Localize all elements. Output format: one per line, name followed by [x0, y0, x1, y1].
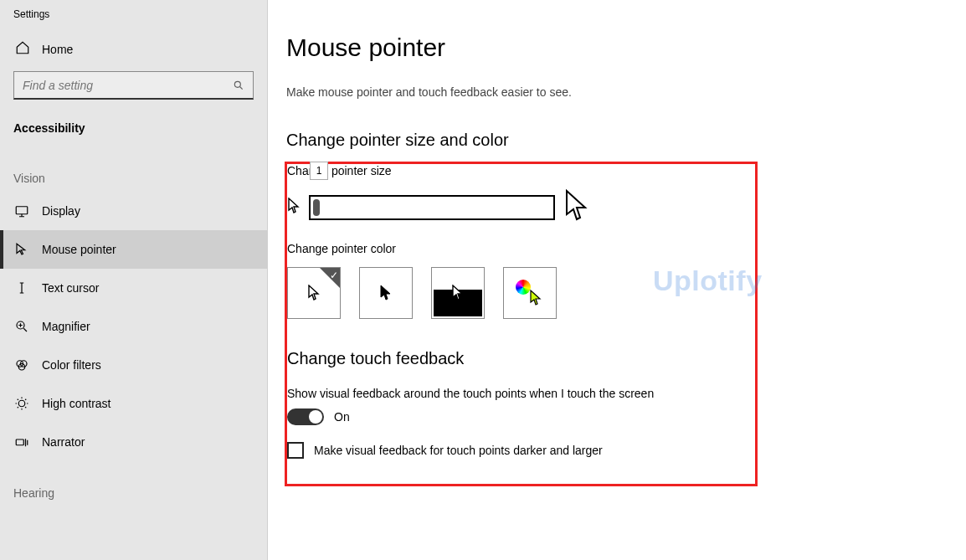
pointer-color-black[interactable] [359, 267, 413, 319]
svg-point-0 [234, 81, 240, 87]
heading-size-color: Change pointer size and color [286, 131, 949, 150]
page-description: Make mouse pointer and touch feedback ea… [286, 85, 949, 99]
sidebar-item-magnifier[interactable]: Magnifier [0, 307, 267, 346]
svg-point-6 [18, 400, 25, 407]
nav-label: Text cursor [42, 281, 99, 295]
sidebar-item-high-contrast[interactable]: High contrast [0, 384, 267, 423]
pointer-color-custom[interactable] [503, 267, 557, 319]
nav-label: Mouse pointer [42, 243, 116, 256]
mouse-pointer-icon [13, 241, 30, 258]
heading-touch-feedback: Change touch feedback [287, 349, 747, 368]
magnifier-icon [13, 318, 30, 335]
display-icon [13, 203, 30, 219]
home-icon [15, 40, 30, 58]
touch-feedback-description: Show visual feedback around the touch po… [287, 387, 747, 400]
sidebar-item-mouse-pointer[interactable]: Mouse pointer [0, 230, 267, 269]
slider-thumb[interactable] [313, 199, 320, 216]
cursor-black-icon [379, 285, 393, 301]
nav-label: Magnifier [42, 320, 90, 333]
color-filters-icon [13, 357, 30, 373]
darker-larger-checkbox[interactable] [287, 442, 304, 459]
svg-rect-7 [16, 439, 23, 445]
cursor-white-icon [307, 285, 321, 301]
toggle-state-label: On [334, 410, 350, 424]
cursor-small-icon [287, 198, 301, 217]
sidebar-item-home[interactable]: Home [0, 30, 267, 68]
nav-label: Display [42, 204, 80, 218]
section-accessibility: Accessibility [0, 108, 267, 146]
nav-label: Color filters [42, 358, 101, 372]
pointer-size-slider[interactable] [309, 195, 555, 220]
cursor-large-icon [563, 189, 590, 225]
cursor-inverted-icon [451, 285, 465, 301]
svg-rect-1 [16, 207, 28, 214]
narrator-icon [13, 434, 30, 450]
cursor-custom-icon [529, 290, 542, 306]
search-input[interactable] [13, 71, 254, 100]
main-content: Mouse pointer Make mouse pointer and tou… [268, 0, 966, 560]
page-title: Mouse pointer [286, 33, 949, 62]
home-label: Home [42, 43, 73, 56]
label-pointer-color: Change pointer color [287, 242, 747, 255]
pointer-color-inverted[interactable] [431, 267, 485, 319]
sidebar-item-color-filters[interactable]: Color filters [0, 346, 267, 384]
pointer-color-white[interactable]: ✓ [287, 267, 341, 319]
search-field[interactable] [23, 79, 233, 92]
nav-label: Narrator [42, 435, 85, 449]
annotation-highlight-box: Change pointer size 1 Change pointer col… [285, 162, 758, 486]
sidebar: Settings Home Accessibility Vision Displ… [0, 0, 268, 560]
group-vision: Vision [0, 146, 267, 192]
checkmark-icon: ✓ [330, 270, 338, 281]
high-contrast-icon [13, 395, 30, 412]
search-icon [233, 80, 244, 91]
sidebar-item-display[interactable]: Display [0, 192, 267, 230]
group-hearing: Hearing [0, 461, 267, 506]
sidebar-item-text-cursor[interactable]: Text cursor [0, 269, 267, 307]
label-pointer-size: Change pointer size 1 [287, 164, 747, 177]
text-cursor-icon [13, 280, 30, 296]
checkbox-label: Make visual feedback for touch points da… [314, 444, 603, 457]
pointer-size-value-tooltip: 1 [310, 162, 328, 180]
nav-label: High contrast [42, 397, 110, 410]
touch-feedback-toggle[interactable] [287, 408, 324, 425]
sidebar-item-narrator[interactable]: Narrator [0, 423, 267, 461]
app-title: Settings [0, 0, 267, 30]
